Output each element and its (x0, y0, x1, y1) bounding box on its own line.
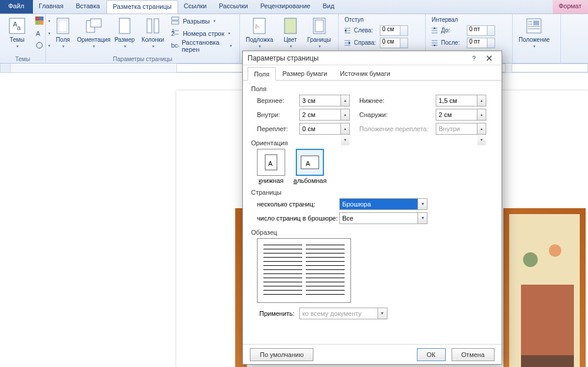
position-icon (524, 16, 543, 35)
tab-format[interactable]: Формат (553, 0, 588, 14)
dlg-tab-paper[interactable]: Размер бумаги (276, 66, 333, 80)
svg-text:A: A (36, 30, 41, 37)
svg-rect-4 (39, 16, 44, 21)
page-color-icon (281, 16, 300, 35)
label-top: Верхнее: (257, 97, 299, 104)
tab-references[interactable]: Ссылки (178, 0, 213, 14)
input-top[interactable]: 3 см▲▼ (299, 95, 350, 106)
dialog-body: Поля Верхнее: 3 см▲▼ Нижнее: 1,5 см▲▼ Вн… (243, 81, 502, 324)
label-bottom: Нижнее: (359, 97, 436, 104)
label-gutter: Переплет: (257, 125, 299, 132)
themes-button[interactable]: Aa Темы (5, 15, 29, 50)
svg-rect-12 (91, 19, 101, 27)
indent-right-input[interactable]: 0 см (380, 38, 408, 48)
spacing-after-icon (430, 39, 439, 47)
input-gutter[interactable]: 0 см▲▼ (299, 123, 350, 135)
illustration-right (503, 208, 586, 367)
tab-review[interactable]: Рецензирование (255, 0, 317, 14)
colors-icon (35, 16, 45, 26)
default-button[interactable]: По умолчанию (250, 348, 313, 361)
breaks-button[interactable]: Разрывы (169, 15, 235, 27)
margins-button[interactable]: Поля (51, 15, 75, 50)
orientation-portrait[interactable]: A ккнижнаянижная (257, 149, 285, 184)
page-borders-icon (310, 16, 329, 35)
dialog-footer: По умолчанию ОК Отмена (243, 344, 502, 364)
svg-rect-16 (172, 17, 179, 20)
themes-icon: Aa (8, 16, 26, 35)
input-outside[interactable]: 2 см▲▼ (436, 109, 486, 121)
orientation-landscape[interactable]: A альбомная (293, 149, 326, 184)
ok-button[interactable]: ОК (417, 348, 446, 361)
tab-view[interactable]: Вид (317, 0, 341, 14)
svg-rect-5 (35, 21, 39, 25)
svg-rect-17 (172, 21, 179, 24)
group-label-page-setup: Параметры страницы (46, 56, 239, 62)
svg-text:bc-: bc- (171, 42, 179, 49)
svg-rect-13 (119, 18, 130, 34)
svg-rect-15 (154, 19, 159, 33)
position-button[interactable]: Положение (517, 15, 551, 50)
cancel-button[interactable]: Отмена (452, 348, 495, 361)
dlg-tab-source[interactable]: Источник бумаги (333, 66, 396, 80)
input-gutter-pos: Внутри▲▼ (436, 123, 486, 135)
effects-icon (35, 41, 45, 51)
svg-text:2: 2 (171, 30, 175, 37)
indent-right-icon (343, 39, 352, 47)
hyphenation-button[interactable]: bc-Расстановка перен (169, 40, 235, 52)
svg-text:A: A (306, 160, 310, 167)
indent-header: Отступ (345, 16, 420, 23)
combo-sheets[interactable]: Все▾ (339, 212, 427, 224)
svg-rect-14 (147, 19, 152, 33)
svg-point-8 (36, 42, 42, 48)
input-inside[interactable]: 2 см▲▼ (299, 109, 350, 121)
input-bottom[interactable]: 1,5 см▲▼ (436, 95, 486, 106)
section-preview-label: Образец (251, 229, 493, 236)
close-icon (486, 55, 492, 61)
section-margins-label: Поля (251, 85, 493, 92)
dialog-titlebar[interactable]: Параметры страницы ? (243, 51, 502, 65)
orientation-icon (84, 16, 103, 35)
page-borders-button[interactable]: Границы (306, 15, 332, 50)
dlg-tab-margins[interactable]: Поля (248, 67, 276, 81)
help-button[interactable]: ? (466, 53, 482, 64)
dialog-title: Параметры страницы (248, 54, 466, 62)
label-sheets: число страниц в брошюре: (257, 215, 339, 222)
columns-icon (143, 16, 162, 35)
spacing-before-input[interactable]: 0 пт (467, 25, 495, 36)
size-button[interactable]: Размер (112, 15, 137, 50)
tab-insert[interactable]: Вставка (70, 0, 106, 14)
label-inside: Внутри: (257, 111, 299, 118)
svg-rect-29 (533, 21, 539, 25)
tab-mailings[interactable]: Рассылки (213, 0, 254, 14)
indent-left-input[interactable]: 0 см (380, 25, 408, 36)
label-multi-pages: несколько страниц: (257, 201, 339, 208)
tab-page-layout[interactable]: Разметка страницы (106, 0, 178, 14)
label-outside: Снаружи: (359, 111, 436, 118)
preview-pane (257, 238, 351, 303)
hyphenation-icon: bc- (171, 41, 179, 51)
combo-apply-to[interactable]: ко всему документу▾ (299, 308, 387, 319)
indent-left-icon (343, 26, 352, 35)
label-apply-to: Применить: (259, 310, 295, 317)
spacing-after-input[interactable]: 0 пт (467, 38, 495, 48)
fonts-icon: A (35, 29, 45, 38)
watermark-button[interactable]: AПодложка (245, 15, 275, 50)
landscape-icon: A (296, 149, 324, 176)
orientation-button[interactable]: Ориентация (79, 15, 109, 50)
close-button[interactable] (482, 53, 497, 64)
section-orientation-label: Ориентация (251, 139, 493, 146)
group-label-themes: Темы (0, 56, 45, 62)
watermark-icon: A (250, 16, 269, 35)
spacing-before-icon (430, 26, 439, 35)
combo-multi-pages[interactable]: Брошюра▾ (339, 198, 427, 210)
portrait-icon: A (257, 149, 285, 176)
line-numbers-button[interactable]: 12Номера строк (169, 28, 235, 39)
page-color-button[interactable]: Цвет (278, 15, 303, 50)
tab-file[interactable]: Файл (0, 0, 33, 14)
columns-button[interactable]: Колонки (141, 15, 165, 50)
svg-rect-6 (39, 21, 44, 25)
line-numbers-icon: 12 (171, 29, 181, 38)
tab-home[interactable]: Главная (33, 0, 70, 14)
svg-rect-25 (285, 18, 296, 34)
breaks-icon (171, 16, 181, 26)
